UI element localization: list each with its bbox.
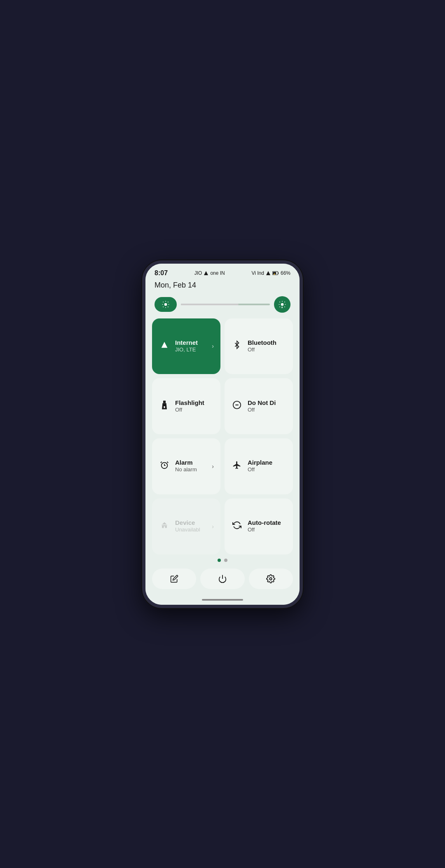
svg-marker-0 [204, 271, 208, 275]
status-time: 8:07 [155, 269, 168, 277]
power-button[interactable] [200, 569, 244, 589]
flashlight-symbol [161, 400, 168, 409]
flashlight-title: Flashlight [175, 399, 214, 407]
internet-title: Internet [175, 339, 207, 346]
device-icon [159, 521, 170, 532]
device-text: Device Unavailabl [175, 519, 207, 533]
airplane-title: Airplane [248, 459, 286, 466]
dnd-text: Do Not Di Off [248, 399, 286, 414]
brightness-row: A [145, 294, 300, 318]
tile-autorotate[interactable]: Auto-rotate Off [225, 498, 293, 554]
device-arrow[interactable]: › [212, 523, 214, 530]
home-symbol [160, 521, 169, 530]
dnd-symbol [232, 400, 241, 409]
device-title: Device [175, 519, 207, 526]
flashlight-icon [159, 400, 170, 412]
home-bar[interactable] [202, 599, 243, 601]
bluetooth-symbol [233, 340, 241, 349]
svg-text:A: A [281, 306, 283, 309]
phone-frame: 8:07 JIO one IN Vi Ind ⚡ 66% [142, 260, 303, 608]
tile-internet[interactable]: Internet JIO, LTE › [152, 318, 220, 374]
svg-rect-10 [163, 401, 166, 403]
rotate-symbol [232, 521, 241, 530]
svg-rect-3 [278, 272, 279, 274]
status-bar: 8:07 JIO one IN Vi Ind ⚡ 66% [145, 264, 300, 279]
alarm-title: Alarm [175, 459, 207, 466]
tile-alarm[interactable]: Alarm No alarm › [152, 438, 220, 494]
tile-donotdisturb[interactable]: Do Not Di Off [225, 378, 293, 434]
settings-icon [266, 574, 275, 583]
bluetooth-title: Bluetooth [248, 339, 286, 346]
carrier1-network: one IN [210, 270, 225, 276]
bluetooth-icon [231, 340, 243, 352]
battery-percent: 66% [281, 270, 290, 276]
autorotate-text: Auto-rotate Off [248, 519, 286, 533]
signal-bars-icon [160, 340, 169, 349]
svg-line-17 [167, 462, 168, 463]
bluetooth-subtitle: Off [248, 346, 286, 353]
brightness-button[interactable] [155, 297, 177, 312]
autorotate-title: Auto-rotate [248, 519, 286, 526]
svg-line-16 [161, 462, 162, 463]
alarm-icon [159, 461, 170, 472]
svg-marker-1 [266, 271, 270, 275]
date-display: Mon, Feb 14 [145, 279, 300, 294]
edit-icon [170, 575, 178, 583]
autorotate-subtitle: Off [248, 526, 286, 533]
alarm-subtitle: No alarm [175, 466, 207, 473]
autorotate-icon [231, 521, 243, 532]
flashlight-text: Flashlight Off [175, 399, 214, 414]
page-indicators [145, 554, 300, 565]
auto-brightness-icon: A [278, 300, 286, 309]
page-dot-1[interactable] [218, 559, 221, 562]
auto-brightness-button[interactable]: A [274, 296, 290, 313]
alarm-arrow[interactable]: › [212, 463, 214, 470]
home-indicator [145, 596, 300, 605]
alarm-symbol [160, 461, 169, 470]
power-icon [218, 574, 227, 583]
edit-button[interactable] [152, 569, 196, 589]
svg-text:⚡: ⚡ [273, 273, 276, 276]
internet-subtitle: JIO, LTE [175, 346, 207, 353]
svg-point-6 [164, 303, 167, 306]
internet-icon [159, 340, 170, 352]
tile-airplane[interactable]: Airplane Off [225, 438, 293, 494]
donotdisturb-icon [231, 400, 243, 412]
battery-icon: ⚡ [272, 271, 279, 276]
airplane-icon [231, 461, 243, 472]
carrier1-name: JIO [194, 270, 202, 276]
brightness-icon [162, 300, 170, 309]
svg-point-7 [281, 303, 284, 306]
signal2-icon [266, 271, 271, 276]
status-right: Vi Ind ⚡ 66% [252, 270, 291, 276]
svg-point-19 [270, 578, 272, 580]
quick-settings-grid: Internet JIO, LTE › Bluetooth Off [145, 318, 300, 554]
device-subtitle: Unavailabl [175, 526, 207, 533]
brightness-slider[interactable] [181, 304, 270, 305]
alarm-text: Alarm No alarm [175, 459, 207, 473]
internet-arrow[interactable]: › [212, 343, 214, 349]
airplane-subtitle: Off [248, 466, 286, 473]
carrier2-name: Vi Ind [252, 270, 264, 276]
tile-bluetooth[interactable]: Bluetooth Off [225, 318, 293, 374]
svg-rect-12 [164, 406, 165, 408]
airplane-text: Airplane Off [248, 459, 286, 473]
bluetooth-text: Bluetooth Off [248, 339, 286, 353]
bottom-actions [145, 565, 300, 596]
flashlight-subtitle: Off [175, 407, 214, 414]
status-carrier: JIO one IN [194, 270, 225, 276]
svg-marker-9 [162, 342, 168, 348]
airplane-symbol [232, 461, 241, 470]
dnd-subtitle: Off [248, 407, 286, 414]
signal-icon [204, 271, 208, 276]
screen: 8:07 JIO one IN Vi Ind ⚡ 66% [145, 264, 300, 605]
dnd-title: Do Not Di [248, 399, 286, 407]
tile-flashlight[interactable]: Flashlight Off [152, 378, 220, 434]
settings-button[interactable] [249, 569, 293, 589]
internet-text: Internet JIO, LTE [175, 339, 207, 353]
page-dot-2[interactable] [224, 559, 227, 562]
tile-device[interactable]: Device Unavailabl › [152, 498, 220, 554]
